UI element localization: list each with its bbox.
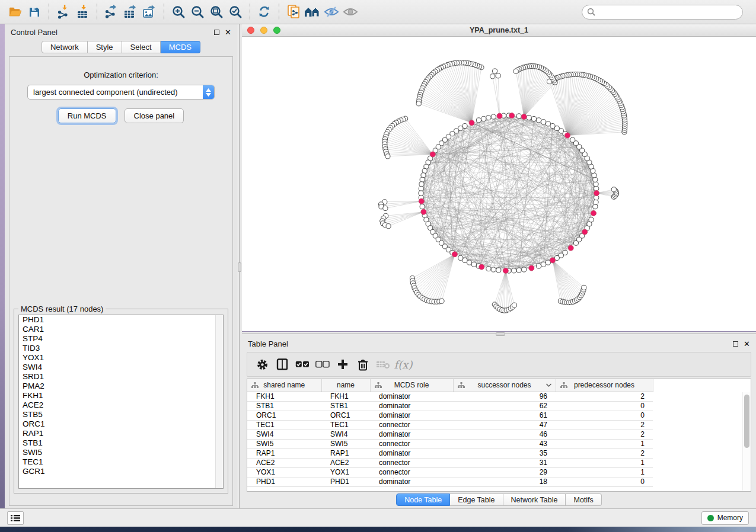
splitter-handle[interactable] <box>238 262 241 272</box>
tab-network[interactable]: Network <box>42 41 88 53</box>
zoom-selected-icon[interactable] <box>226 3 245 21</box>
mcds-result-item[interactable]: RAP1 <box>19 429 223 438</box>
close-panel-button[interactable]: Close panel <box>125 108 184 123</box>
tab-motifs[interactable]: Motifs <box>566 493 601 506</box>
column-header-successor-nodes[interactable]: successor nodes <box>453 379 556 392</box>
hide-graphics-details-icon[interactable] <box>322 3 341 21</box>
table-cell: ACE2 <box>321 458 370 467</box>
table-row[interactable]: TEC1TEC1connector472 <box>247 420 653 430</box>
refresh-layout-icon[interactable] <box>255 3 274 21</box>
table-row[interactable]: YOX1YOX1connector291 <box>247 467 653 477</box>
search-field[interactable] <box>582 5 743 20</box>
table-cell: connector <box>370 420 453 430</box>
select-all-icon[interactable] <box>294 355 311 373</box>
vertical-splitter[interactable] <box>237 24 242 508</box>
optimization-criterion-label: Optimization criterion: <box>9 70 232 79</box>
mcds-result-item[interactable]: ACE2 <box>19 400 223 410</box>
mcds-result-item[interactable]: STP4 <box>19 334 223 344</box>
table-cell: 0 <box>556 477 653 486</box>
zoom-fit-icon[interactable] <box>207 3 226 21</box>
tab-style[interactable]: Style <box>88 41 122 53</box>
table-row[interactable]: STB1STB1dominator620 <box>247 401 653 411</box>
mcds-result-item[interactable]: SWI5 <box>19 448 223 457</box>
gear-icon[interactable] <box>253 355 271 373</box>
network-titlebar[interactable]: YPA_prune.txt_1 <box>242 24 756 37</box>
import-table-icon[interactable] <box>73 3 92 21</box>
table-row[interactable]: FKH1FKH1dominator962 <box>247 392 653 401</box>
column-header-name[interactable]: name <box>321 379 370 392</box>
mcds-result-item[interactable]: TID3 <box>19 344 223 353</box>
table-cell: ORC1 <box>247 411 321 420</box>
table-scrollbar[interactable] <box>742 392 750 491</box>
mcds-result-title: MCDS result (17 nodes) <box>18 305 106 313</box>
network-canvas[interactable] <box>242 37 756 331</box>
tab-select[interactable]: Select <box>122 41 161 53</box>
mcds-result-list[interactable]: PHD1CAR1STP4TID3YOX1SWI4SRD1PMA2FKH1ACE2… <box>18 315 224 489</box>
mcds-result-item[interactable]: STB1 <box>19 438 223 448</box>
open-folder-icon[interactable] <box>6 3 25 21</box>
table-row[interactable]: PHD1PHD1dominator180 <box>247 477 653 486</box>
mcds-result-item[interactable]: TEC1 <box>19 457 223 467</box>
mcds-result-item[interactable]: FKH1 <box>19 391 223 400</box>
import-network-icon[interactable] <box>54 3 73 21</box>
tab-edge-table[interactable]: Edge Table <box>450 493 503 506</box>
table-cell: RAP1 <box>247 448 321 458</box>
table-cell: connector <box>370 467 453 477</box>
splitter-handle[interactable] <box>496 332 505 336</box>
float-panel-icon[interactable] <box>733 341 738 347</box>
mcds-result-item[interactable]: GCR1 <box>19 467 223 476</box>
mcds-result-item[interactable]: ORC1 <box>19 419 223 429</box>
split-columns-icon[interactable] <box>273 355 291 373</box>
column-header-predecessor-nodes[interactable]: predecessor nodes <box>556 379 653 392</box>
memory-status-icon <box>707 515 714 521</box>
run-mcds-button[interactable]: Run MCDS <box>58 108 116 123</box>
table-cell: SWI5 <box>321 439 370 448</box>
export-network-icon[interactable] <box>102 3 121 21</box>
table-row[interactable]: SWI4SWI4dominator462 <box>247 430 653 439</box>
network-view-window: YPA_prune.txt_1 <box>242 24 756 332</box>
mcds-result-item[interactable]: PMA2 <box>19 382 223 391</box>
clone-network-icon[interactable] <box>284 3 303 21</box>
zoom-in-icon[interactable] <box>169 3 188 21</box>
mcds-result-item[interactable]: PHD1 <box>19 315 223 325</box>
optimization-criterion-select[interactable]: largest connected component (undirected) <box>27 85 215 100</box>
column-header-MCDS-role[interactable]: MCDS role <box>370 379 453 392</box>
table-cell: dominator <box>370 411 453 420</box>
tab-mcds[interactable]: MCDS <box>161 41 200 53</box>
table-row[interactable]: ACE2ACE2connector311 <box>247 458 653 467</box>
table-row[interactable]: SWI5SWI5connector431 <box>247 439 653 448</box>
add-column-icon[interactable] <box>334 355 352 373</box>
tab-node-table[interactable]: Node Table <box>396 493 450 506</box>
show-panel-menu-button[interactable] <box>7 511 24 525</box>
tab-network-table[interactable]: Network Table <box>503 493 566 506</box>
mcds-result-item[interactable]: YOX1 <box>19 353 223 363</box>
mcds-result-groupbox: MCDS result (17 nodes) PHD1CAR1STP4TID3Y… <box>14 309 228 493</box>
network-title: YPA_prune.txt_1 <box>242 26 756 34</box>
horizontal-splitter[interactable] <box>242 332 756 336</box>
export-image-icon[interactable] <box>140 3 159 21</box>
save-icon[interactable] <box>25 3 44 21</box>
export-table-icon[interactable] <box>121 3 140 21</box>
column-header-shared-name[interactable]: shared name <box>247 379 321 392</box>
control-panel-tabs: NetworkStyleSelectMCDS <box>5 41 237 53</box>
mcds-list-scrollbar[interactable] <box>215 315 223 488</box>
mcds-result-item[interactable]: SRD1 <box>19 372 223 382</box>
close-panel-icon[interactable]: ✕ <box>225 28 231 36</box>
toolbar-separator <box>279 4 279 20</box>
mcds-result-item[interactable]: CAR1 <box>19 325 223 334</box>
deselect-all-icon[interactable] <box>314 355 331 373</box>
table-cell: FKH1 <box>321 392 370 401</box>
memory-button[interactable]: Memory <box>701 511 749 525</box>
zoom-out-icon[interactable] <box>188 3 207 21</box>
function-builder-icon: f(x) <box>394 355 412 373</box>
network-overview-icon[interactable] <box>303 3 322 21</box>
table-row[interactable]: RAP1RAP1dominator352 <box>247 448 653 458</box>
mcds-result-item[interactable]: SWI4 <box>19 363 223 372</box>
delete-column-icon[interactable] <box>354 355 372 373</box>
mcds-result-item[interactable]: STB5 <box>19 410 223 419</box>
search-input[interactable] <box>598 8 738 16</box>
close-panel-icon[interactable]: ✕ <box>744 340 750 348</box>
table-row[interactable]: ORC1ORC1dominator610 <box>247 411 653 420</box>
table-scrollbar-thumb[interactable] <box>744 395 749 448</box>
float-panel-icon[interactable] <box>214 30 219 35</box>
